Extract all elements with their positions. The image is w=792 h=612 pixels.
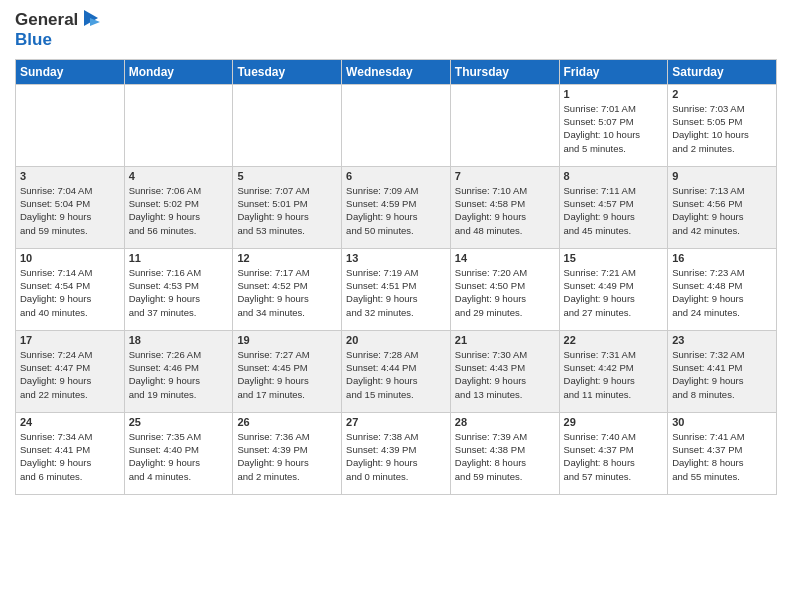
calendar-cell: 30Sunrise: 7:41 AM Sunset: 4:37 PM Dayli… (668, 412, 777, 494)
day-number: 24 (20, 416, 120, 428)
day-number: 14 (455, 252, 555, 264)
calendar-cell: 9Sunrise: 7:13 AM Sunset: 4:56 PM Daylig… (668, 166, 777, 248)
day-number: 16 (672, 252, 772, 264)
day-number: 11 (129, 252, 229, 264)
day-info: Sunrise: 7:27 AM Sunset: 4:45 PM Dayligh… (237, 348, 337, 401)
day-number: 17 (20, 334, 120, 346)
day-info: Sunrise: 7:31 AM Sunset: 4:42 PM Dayligh… (564, 348, 664, 401)
day-info: Sunrise: 7:24 AM Sunset: 4:47 PM Dayligh… (20, 348, 120, 401)
calendar-cell: 12Sunrise: 7:17 AM Sunset: 4:52 PM Dayli… (233, 248, 342, 330)
day-number: 18 (129, 334, 229, 346)
calendar-cell: 27Sunrise: 7:38 AM Sunset: 4:39 PM Dayli… (342, 412, 451, 494)
day-info: Sunrise: 7:07 AM Sunset: 5:01 PM Dayligh… (237, 184, 337, 237)
calendar-cell (16, 84, 125, 166)
calendar-cell: 21Sunrise: 7:30 AM Sunset: 4:43 PM Dayli… (450, 330, 559, 412)
day-number: 22 (564, 334, 664, 346)
day-info: Sunrise: 7:09 AM Sunset: 4:59 PM Dayligh… (346, 184, 446, 237)
calendar-cell: 11Sunrise: 7:16 AM Sunset: 4:53 PM Dayli… (124, 248, 233, 330)
calendar-cell: 5Sunrise: 7:07 AM Sunset: 5:01 PM Daylig… (233, 166, 342, 248)
day-number: 27 (346, 416, 446, 428)
calendar-week-5: 24Sunrise: 7:34 AM Sunset: 4:41 PM Dayli… (16, 412, 777, 494)
calendar-cell: 28Sunrise: 7:39 AM Sunset: 4:38 PM Dayli… (450, 412, 559, 494)
day-number: 7 (455, 170, 555, 182)
day-info: Sunrise: 7:14 AM Sunset: 4:54 PM Dayligh… (20, 266, 120, 319)
day-info: Sunrise: 7:23 AM Sunset: 4:48 PM Dayligh… (672, 266, 772, 319)
day-info: Sunrise: 7:34 AM Sunset: 4:41 PM Dayligh… (20, 430, 120, 483)
calendar-cell: 4Sunrise: 7:06 AM Sunset: 5:02 PM Daylig… (124, 166, 233, 248)
day-number: 3 (20, 170, 120, 182)
logo-icon (80, 8, 102, 30)
calendar-cell: 14Sunrise: 7:20 AM Sunset: 4:50 PM Dayli… (450, 248, 559, 330)
day-info: Sunrise: 7:20 AM Sunset: 4:50 PM Dayligh… (455, 266, 555, 319)
day-number: 23 (672, 334, 772, 346)
calendar-cell (233, 84, 342, 166)
calendar-cell: 20Sunrise: 7:28 AM Sunset: 4:44 PM Dayli… (342, 330, 451, 412)
calendar-cell: 26Sunrise: 7:36 AM Sunset: 4:39 PM Dayli… (233, 412, 342, 494)
day-info: Sunrise: 7:28 AM Sunset: 4:44 PM Dayligh… (346, 348, 446, 401)
calendar-cell (124, 84, 233, 166)
day-info: Sunrise: 7:16 AM Sunset: 4:53 PM Dayligh… (129, 266, 229, 319)
day-number: 21 (455, 334, 555, 346)
day-header-thursday: Thursday (450, 59, 559, 84)
day-number: 6 (346, 170, 446, 182)
day-number: 8 (564, 170, 664, 182)
day-info: Sunrise: 7:38 AM Sunset: 4:39 PM Dayligh… (346, 430, 446, 483)
day-info: Sunrise: 7:40 AM Sunset: 4:37 PM Dayligh… (564, 430, 664, 483)
day-info: Sunrise: 7:17 AM Sunset: 4:52 PM Dayligh… (237, 266, 337, 319)
calendar-cell: 6Sunrise: 7:09 AM Sunset: 4:59 PM Daylig… (342, 166, 451, 248)
day-number: 20 (346, 334, 446, 346)
day-header-tuesday: Tuesday (233, 59, 342, 84)
calendar-cell: 18Sunrise: 7:26 AM Sunset: 4:46 PM Dayli… (124, 330, 233, 412)
calendar-cell (342, 84, 451, 166)
day-header-sunday: Sunday (16, 59, 125, 84)
calendar-cell: 19Sunrise: 7:27 AM Sunset: 4:45 PM Dayli… (233, 330, 342, 412)
calendar-week-2: 3Sunrise: 7:04 AM Sunset: 5:04 PM Daylig… (16, 166, 777, 248)
day-number: 29 (564, 416, 664, 428)
day-header-monday: Monday (124, 59, 233, 84)
calendar-cell: 2Sunrise: 7:03 AM Sunset: 5:05 PM Daylig… (668, 84, 777, 166)
day-info: Sunrise: 7:41 AM Sunset: 4:37 PM Dayligh… (672, 430, 772, 483)
day-info: Sunrise: 7:36 AM Sunset: 4:39 PM Dayligh… (237, 430, 337, 483)
calendar-cell: 8Sunrise: 7:11 AM Sunset: 4:57 PM Daylig… (559, 166, 668, 248)
day-number: 10 (20, 252, 120, 264)
day-info: Sunrise: 7:32 AM Sunset: 4:41 PM Dayligh… (672, 348, 772, 401)
calendar-header-row: SundayMondayTuesdayWednesdayThursdayFrid… (16, 59, 777, 84)
day-number: 30 (672, 416, 772, 428)
day-number: 15 (564, 252, 664, 264)
day-info: Sunrise: 7:30 AM Sunset: 4:43 PM Dayligh… (455, 348, 555, 401)
day-number: 9 (672, 170, 772, 182)
day-info: Sunrise: 7:01 AM Sunset: 5:07 PM Dayligh… (564, 102, 664, 155)
day-info: Sunrise: 7:21 AM Sunset: 4:49 PM Dayligh… (564, 266, 664, 319)
header: General Blue (15, 10, 777, 51)
day-header-saturday: Saturday (668, 59, 777, 84)
calendar-cell: 3Sunrise: 7:04 AM Sunset: 5:04 PM Daylig… (16, 166, 125, 248)
day-info: Sunrise: 7:35 AM Sunset: 4:40 PM Dayligh… (129, 430, 229, 483)
day-header-wednesday: Wednesday (342, 59, 451, 84)
calendar-cell: 7Sunrise: 7:10 AM Sunset: 4:58 PM Daylig… (450, 166, 559, 248)
day-info: Sunrise: 7:13 AM Sunset: 4:56 PM Dayligh… (672, 184, 772, 237)
day-info: Sunrise: 7:04 AM Sunset: 5:04 PM Dayligh… (20, 184, 120, 237)
calendar-cell: 23Sunrise: 7:32 AM Sunset: 4:41 PM Dayli… (668, 330, 777, 412)
calendar-cell: 1Sunrise: 7:01 AM Sunset: 5:07 PM Daylig… (559, 84, 668, 166)
calendar-cell: 24Sunrise: 7:34 AM Sunset: 4:41 PM Dayli… (16, 412, 125, 494)
day-header-friday: Friday (559, 59, 668, 84)
calendar-week-4: 17Sunrise: 7:24 AM Sunset: 4:47 PM Dayli… (16, 330, 777, 412)
day-info: Sunrise: 7:11 AM Sunset: 4:57 PM Dayligh… (564, 184, 664, 237)
logo-blue: Blue (15, 30, 102, 50)
calendar-cell: 22Sunrise: 7:31 AM Sunset: 4:42 PM Dayli… (559, 330, 668, 412)
main-container: General Blue SundayMondayTuesdayWednesda… (0, 0, 792, 500)
day-number: 1 (564, 88, 664, 100)
day-number: 19 (237, 334, 337, 346)
day-info: Sunrise: 7:19 AM Sunset: 4:51 PM Dayligh… (346, 266, 446, 319)
day-number: 28 (455, 416, 555, 428)
day-number: 13 (346, 252, 446, 264)
calendar-cell: 16Sunrise: 7:23 AM Sunset: 4:48 PM Dayli… (668, 248, 777, 330)
day-info: Sunrise: 7:06 AM Sunset: 5:02 PM Dayligh… (129, 184, 229, 237)
day-info: Sunrise: 7:39 AM Sunset: 4:38 PM Dayligh… (455, 430, 555, 483)
calendar-cell: 25Sunrise: 7:35 AM Sunset: 4:40 PM Dayli… (124, 412, 233, 494)
day-info: Sunrise: 7:03 AM Sunset: 5:05 PM Dayligh… (672, 102, 772, 155)
day-number: 5 (237, 170, 337, 182)
calendar-cell: 13Sunrise: 7:19 AM Sunset: 4:51 PM Dayli… (342, 248, 451, 330)
calendar-week-1: 1Sunrise: 7:01 AM Sunset: 5:07 PM Daylig… (16, 84, 777, 166)
day-number: 2 (672, 88, 772, 100)
